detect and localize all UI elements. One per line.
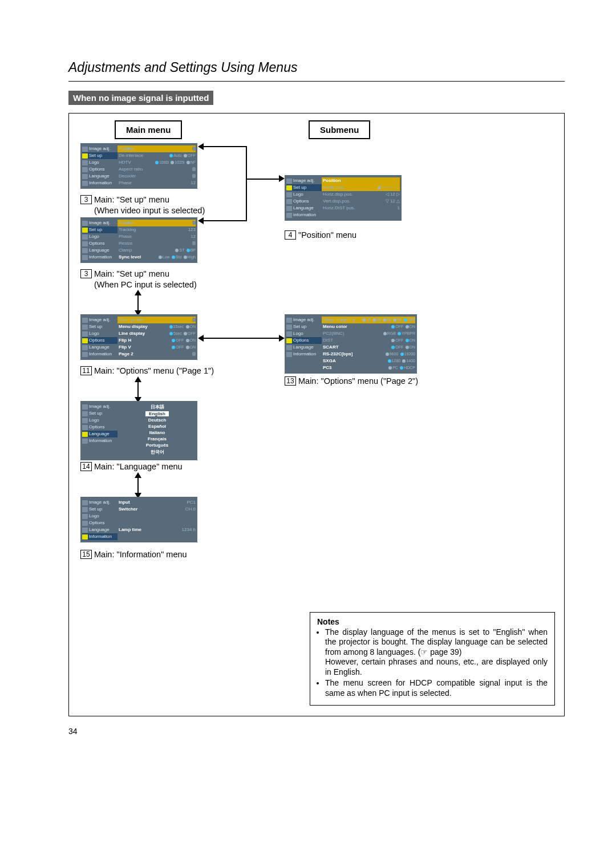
link-vertical-icon	[137, 295, 139, 311]
column-header-main: Main menu	[115, 120, 182, 139]
caption-information: 15Main: "Information" menu	[80, 549, 187, 560]
caption-text: Main: "Language" menu	[94, 462, 183, 471]
caption-line-a: Main: "Set up" menu	[94, 195, 169, 204]
caption-number: 4	[285, 230, 296, 240]
arrow-line	[246, 179, 247, 220]
menu-setup-pc: Image adj.Position Set upTracking123Logo…	[80, 217, 197, 263]
caption-options-p2: 13Main: "Options" menu ("Page 2")	[285, 376, 418, 387]
menu-options-page2: Image adj.Sleep time[min]15 30 60 90 OFF…	[285, 314, 417, 374]
caption-number: 14	[80, 462, 92, 471]
state-banner: When no image signal is inputted	[68, 91, 213, 105]
arrow-line	[246, 146, 247, 179]
arrow-icon	[198, 335, 204, 342]
column-header-sub: Submenu	[309, 120, 370, 139]
caption-setup-pc: 3Main: "Set up" menu (When PC input is s…	[80, 269, 197, 290]
arrow-icon	[279, 335, 285, 342]
caption-number: 15	[80, 550, 92, 559]
caption-number: 3	[80, 269, 92, 278]
caption-position: 4"Position" menu	[285, 230, 356, 241]
arrow-line	[204, 146, 247, 147]
caption-setup-video: 3Main: "Set up" menu (When video input i…	[80, 194, 205, 216]
caption-text: Main: "Options" menu ("Page 1")	[94, 366, 214, 375]
caption-text: Main: "Information" menu	[94, 550, 187, 559]
page-number: 34	[68, 727, 565, 736]
arrow-icon	[198, 143, 204, 150]
menu-information: Image adj.InputPC1Set upSwitcherCH.0Logo…	[80, 497, 197, 542]
arrow-line	[204, 220, 247, 221]
arrow-icon	[198, 217, 204, 224]
caption-number: 13	[285, 376, 296, 386]
caption-line-b: (When video input is selected)	[94, 206, 205, 215]
caption-text: Main: "Options" menu ("Page 2")	[298, 376, 418, 386]
notes-heading: Notes	[317, 617, 548, 626]
link-vertical-icon	[137, 382, 139, 398]
caption-language: 14Main: "Language" menu	[80, 461, 183, 472]
arrow-line	[246, 179, 279, 180]
caption-number: 3	[80, 195, 92, 204]
caption-line-a: Main: "Set up" menu	[94, 269, 169, 278]
menu-language: Image adj.Set upLogoOptionsLanguageInfor…	[80, 401, 197, 460]
arrow-icon	[279, 175, 285, 182]
menu-options-page1: Image adj.Color profile Set upMenu displ…	[80, 314, 197, 360]
caption-line-b: (When PC input is selected)	[94, 280, 197, 289]
caption-options-p1: 11Main: "Options" menu ("Page 1")	[80, 366, 214, 376]
notes-list: The display language of the menus is set…	[317, 627, 548, 699]
diagram-box: Main menu Submenu Image adj.Position Set…	[68, 113, 565, 716]
menu-position: Image adj.PositionSet upMenu pos.▣▫▫▫▫▫▫…	[285, 175, 402, 221]
section-title: Adjustments and Settings Using Menus	[68, 60, 565, 75]
caption-number: 11	[80, 366, 92, 375]
caption-text: "Position" menu	[298, 230, 356, 240]
divider	[68, 81, 565, 82]
menu-setup-video: Image adj.Position Set upDe-interlaceAut…	[80, 143, 197, 189]
link-vertical-icon	[137, 477, 139, 493]
notes-box: Notes The display language of the menus …	[310, 612, 555, 706]
arrow-line	[204, 338, 279, 339]
